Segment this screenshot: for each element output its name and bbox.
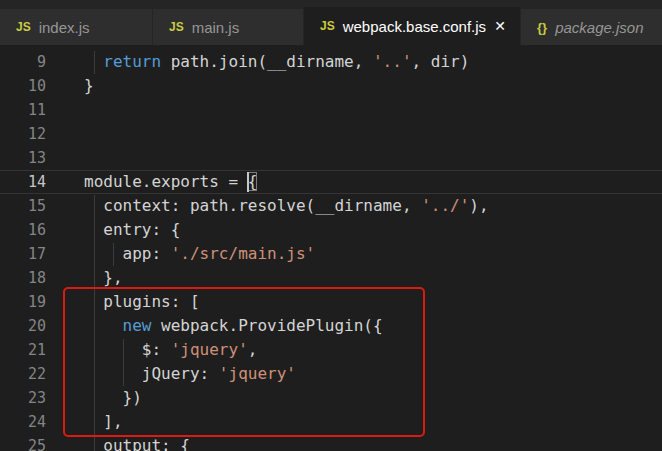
code-text: plugins: [: [84, 290, 200, 314]
line-number[interactable]: 19: [0, 290, 46, 314]
code-text: new webpack.ProvidePlugin({: [84, 314, 383, 338]
code-rows: 9 return path.join(__dirname, '..', dir)…: [0, 50, 662, 451]
code-line[interactable]: 15 context: path.resolve(__dirname, '../…: [0, 194, 662, 218]
code-text: module.exports = {: [84, 170, 257, 194]
code-editor: 9 return path.join(__dirname, '..', dir)…: [0, 45, 662, 451]
tab-label: package.json: [555, 19, 643, 36]
tab-label: webpack.base.conf.js: [343, 18, 486, 35]
line-number[interactable]: 13: [0, 146, 46, 170]
code-line[interactable]: 18 },: [0, 266, 662, 290]
code-line[interactable]: 20 new webpack.ProvidePlugin({: [0, 314, 662, 338]
code-line[interactable]: 12: [0, 122, 662, 146]
code-line[interactable]: 24 ],: [0, 410, 662, 434]
code-text: }: [84, 74, 94, 98]
code-line[interactable]: 14module.exports = {: [0, 170, 662, 194]
line-number[interactable]: 16: [0, 218, 46, 242]
line-number[interactable]: 17: [0, 242, 46, 266]
line-number[interactable]: 11: [0, 98, 46, 122]
code-line[interactable]: 23 }): [0, 386, 662, 410]
line-number[interactable]: 10: [0, 74, 46, 98]
code-text: return path.join(__dirname, '..', dir): [84, 50, 469, 74]
code-line[interactable]: 10}: [0, 74, 662, 98]
code-text: context: path.resolve(__dirname, '../'),: [84, 194, 489, 218]
code-line[interactable]: 11: [0, 98, 662, 122]
line-number[interactable]: 22: [0, 362, 46, 386]
code-line[interactable]: 21 $: 'jquery',: [0, 338, 662, 362]
line-number[interactable]: 25: [0, 434, 46, 451]
line-number[interactable]: 24: [0, 410, 46, 434]
code-text: ],: [84, 410, 123, 434]
code-text: output: {: [84, 434, 190, 451]
code-line[interactable]: 13: [0, 146, 662, 170]
code-line[interactable]: 25 output: {: [0, 434, 662, 451]
close-icon: ✕: [494, 18, 506, 34]
code-line[interactable]: 22 jQuery: 'jquery': [0, 362, 662, 386]
js-icon: JS: [16, 20, 31, 34]
line-number[interactable]: 20: [0, 314, 46, 338]
js-icon: JS: [169, 20, 184, 34]
line-number[interactable]: 15: [0, 194, 46, 218]
code-text: jQuery: 'jquery': [84, 362, 296, 386]
tab-label: index.js: [39, 19, 90, 36]
tab-index-js[interactable]: JS index.js: [0, 9, 152, 45]
js-icon: JS: [320, 19, 335, 33]
tab-close-button[interactable]: ✕: [490, 17, 510, 35]
tab-webpack-base-conf-js[interactable]: JS webpack.base.conf.js ✕: [303, 7, 520, 45]
line-number[interactable]: 14: [0, 170, 46, 194]
line-number[interactable]: 12: [0, 122, 46, 146]
line-number[interactable]: 21: [0, 338, 46, 362]
line-number[interactable]: 9: [0, 50, 46, 74]
code-text: }): [84, 386, 142, 410]
code-line[interactable]: 17 app: './src/main.js': [0, 242, 662, 266]
tab-label: main.js: [192, 19, 240, 36]
code-line[interactable]: 16 entry: {: [0, 218, 662, 242]
code-text: $: 'jquery',: [84, 338, 257, 362]
tab-bar: JS index.js JS main.js JS webpack.base.c…: [0, 0, 662, 45]
line-number[interactable]: 23: [0, 386, 46, 410]
braces-icon: {}: [537, 20, 547, 35]
code-text: entry: {: [84, 218, 180, 242]
tab-main-js[interactable]: JS main.js: [152, 9, 303, 45]
code-text: },: [84, 266, 123, 290]
tab-package-json[interactable]: {} package.json: [520, 9, 662, 45]
code-line[interactable]: 9 return path.join(__dirname, '..', dir): [0, 50, 662, 74]
code-text: app: './src/main.js': [84, 242, 315, 266]
line-number[interactable]: 18: [0, 266, 46, 290]
code-line[interactable]: 19 plugins: [: [0, 290, 662, 314]
